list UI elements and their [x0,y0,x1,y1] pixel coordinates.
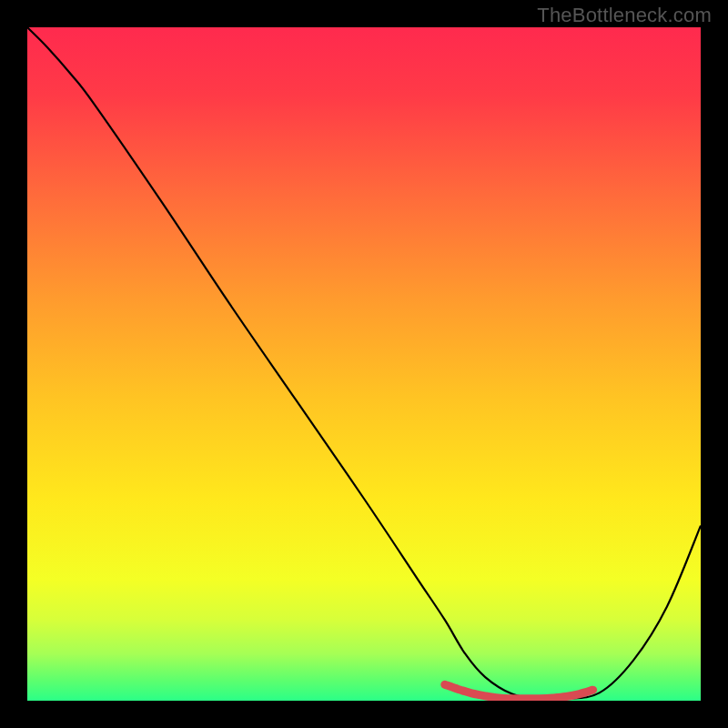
gradient-background [27,27,701,701]
chart-container: TheBottleneck.com [0,0,728,728]
plot-svg [27,27,701,701]
plot-area [27,27,701,701]
watermark-text: TheBottleneck.com [537,4,712,27]
